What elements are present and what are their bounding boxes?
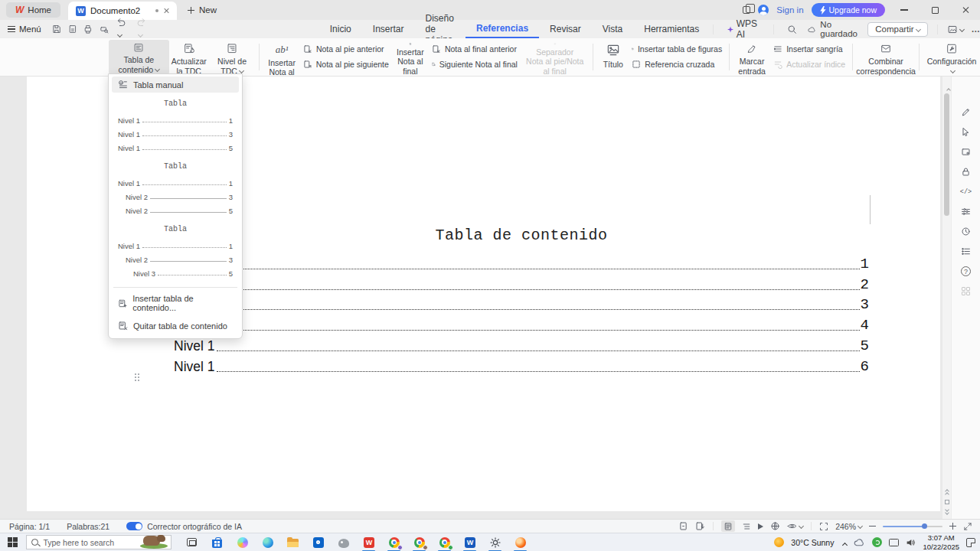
eye-protection-button[interactable] — [787, 520, 803, 532]
tab-diseno-de-pagina[interactable]: Diseño de página — [414, 20, 466, 38]
vertical-scrollbar[interactable] — [942, 77, 951, 519]
weather-sun-icon[interactable] — [774, 537, 784, 547]
select-browse-object-button[interactable] — [945, 500, 949, 504]
fit-page-button[interactable] — [819, 520, 828, 532]
mark-entry-button[interactable]: Marcar entrada — [733, 38, 770, 76]
lock-icon[interactable] — [961, 167, 971, 177]
scroll-up-arrow[interactable] — [945, 80, 950, 93]
insert-figures-table-button[interactable]: Insertar tabla de figuras — [632, 44, 722, 54]
prev-footnote-button[interactable]: Nota al pie anterior — [303, 44, 389, 54]
new-document-button[interactable]: New — [188, 5, 217, 15]
redo-button[interactable] — [136, 18, 150, 41]
outline-view-button[interactable] — [742, 520, 751, 532]
home-tab[interactable]: W Home — [6, 2, 60, 18]
code-icon[interactable]: </> — [960, 187, 972, 197]
close-tab-icon[interactable] — [163, 8, 169, 14]
insert-footnote-button[interactable]: ab¹ Insertar Nota al pie — [263, 38, 300, 76]
select-cursor-icon[interactable] — [961, 127, 971, 137]
menu-item-remove-toc[interactable]: Quitar tabla de contenido — [112, 318, 239, 334]
chrome-profile1-icon[interactable] — [381, 533, 407, 551]
tab-herramientas[interactable]: Herramientas — [633, 20, 710, 38]
insert-indent-button[interactable]: Insertar sangría — [773, 44, 845, 54]
speaker-icon[interactable] — [906, 538, 916, 547]
menu-item-manual-table[interactable]: Tabla manual — [112, 77, 239, 93]
settings-gear-icon[interactable] — [482, 533, 508, 551]
word-count[interactable]: Palabras:21 — [67, 522, 109, 531]
outline-list-icon[interactable] — [961, 246, 971, 256]
next-page-button[interactable] — [946, 508, 949, 514]
windows-start-button[interactable] — [8, 537, 18, 547]
save-icon[interactable] — [52, 24, 61, 34]
screenshot-icon[interactable] — [961, 147, 971, 157]
settings-button[interactable]: Configuración — [923, 38, 980, 76]
gimp-icon[interactable] — [331, 533, 356, 551]
avatar[interactable] — [758, 5, 769, 15]
wps-office-icon[interactable]: W — [356, 533, 381, 551]
orange-app-icon[interactable] — [508, 533, 533, 551]
zoom-slider[interactable] — [883, 526, 942, 527]
menu-item-insert-toc[interactable]: Insertar tabla de contenido... — [112, 291, 239, 315]
minimize-button[interactable] — [893, 0, 916, 20]
undo-button[interactable] — [116, 18, 129, 41]
upgrade-now-button[interactable]: Upgrade now — [812, 3, 885, 17]
tab-inicio[interactable]: Inicio — [319, 20, 362, 38]
sliders-icon[interactable] — [961, 207, 971, 217]
apps-grid-icon[interactable] — [962, 286, 971, 296]
zoom-out-button[interactable] — [869, 520, 876, 532]
print-layout-view-button[interactable] — [721, 520, 735, 532]
menu-button[interactable]: Menú — [8, 24, 41, 34]
insert-picture-quick-button[interactable] — [947, 24, 964, 34]
toc-field[interactable]: Nivel 11 Nivel 12 Nivel 13 Nivel 14 Nive… — [174, 252, 869, 375]
ribbon-search-button[interactable] — [776, 20, 808, 38]
caption-button[interactable]: Título — [597, 38, 629, 76]
tray-expand-chevron[interactable] — [841, 538, 847, 547]
toc-style-option-1[interactable]: Tabla Nivel 11 Nivel 13 Nivel 15 — [109, 93, 242, 155]
tab-insertar[interactable]: Insertar — [362, 20, 415, 38]
help-icon[interactable]: ? — [961, 266, 971, 276]
search-input[interactable] — [43, 538, 127, 547]
page-indicator[interactable]: Página: 1/1 — [9, 522, 50, 531]
read-mode-button[interactable] — [758, 520, 763, 532]
next-endnote-button[interactable]: Siguiente Nota al final — [432, 59, 518, 70]
toc-style-option-3[interactable]: Tabla Nivel 11 Nivel 23 Nivel 35 — [109, 218, 242, 281]
tab-wps-ai[interactable]: WPS AI — [717, 20, 770, 38]
print-preview-icon[interactable] — [100, 24, 109, 34]
prev-endnote-button[interactable]: Nota al final anterior — [432, 44, 518, 54]
word-icon[interactable]: W — [457, 533, 482, 551]
edit-pencil-icon[interactable] — [961, 107, 971, 117]
share-button[interactable]: Compartir — [867, 22, 927, 37]
paragraph-drag-handle[interactable] — [135, 373, 139, 381]
page-flow-view-icon[interactable] — [695, 520, 705, 532]
zoom-in-button[interactable] — [949, 520, 956, 532]
cross-reference-button[interactable]: Referencia cruzada — [632, 59, 722, 70]
close-window-button[interactable] — [954, 0, 977, 20]
sync-status-icon[interactable] — [872, 537, 882, 547]
taskbar-search[interactable] — [26, 535, 172, 549]
toc-style-option-2[interactable]: Tabla Nivel 11 Nivel 23 Nivel 25 — [109, 155, 242, 218]
history-clock-icon[interactable] — [961, 227, 971, 236]
previous-page-button[interactable] — [946, 490, 949, 496]
action-center-icon[interactable] — [966, 538, 975, 547]
zoom-slider-knob[interactable] — [922, 523, 927, 529]
toc-level-button[interactable]: Nivel de TDC — [209, 38, 256, 76]
mail-merge-button[interactable]: Combinar correspondencia — [857, 38, 915, 76]
chrome-profile3-icon[interactable] — [432, 533, 457, 551]
maximize-button[interactable] — [923, 0, 946, 20]
fullscreen-button[interactable] — [963, 520, 972, 532]
tab-referencias[interactable]: Referencias — [466, 20, 539, 38]
update-toc-button[interactable]: Actualizar la TDC — [169, 38, 209, 76]
display-tray-icon[interactable] — [889, 539, 899, 546]
export-pdf-icon[interactable] — [68, 24, 77, 34]
task-view-button[interactable] — [179, 533, 204, 551]
window-stack-icon[interactable] — [743, 6, 750, 14]
onedrive-cloud-icon[interactable] — [854, 538, 865, 546]
document-title[interactable]: Tabla de contenido — [174, 227, 869, 244]
scrollbar-thumb[interactable] — [944, 93, 949, 216]
sign-in-link[interactable]: Sign in — [776, 5, 803, 15]
web-layout-button[interactable] — [770, 520, 780, 532]
single-page-view-icon[interactable] — [678, 520, 688, 532]
microsoft-store-icon[interactable] — [204, 533, 230, 551]
edge-icon[interactable] — [255, 533, 280, 551]
ai-spellcheck-toggle[interactable] — [126, 522, 142, 530]
insert-endnote-button[interactable]: Insertar Nota al final — [392, 38, 429, 76]
